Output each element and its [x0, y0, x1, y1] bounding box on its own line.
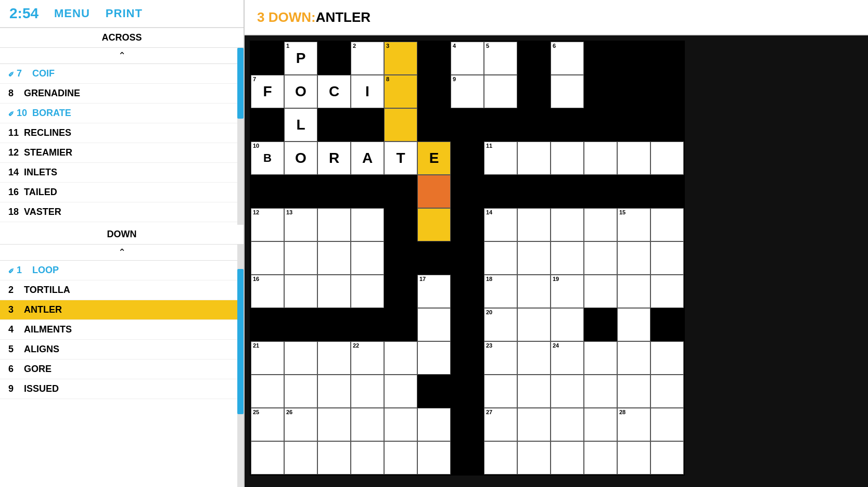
cell-11-1[interactable]: 26	[284, 408, 317, 441]
cell-5-1[interactable]: 13	[284, 208, 317, 241]
cell-1-4[interactable]: 8	[384, 75, 417, 108]
clue-item-across-8[interactable]: 8 GRENADINE	[0, 84, 244, 104]
cell-9-12[interactable]	[650, 341, 684, 375]
clue-item-down-2[interactable]: 2 TORTILLA	[0, 280, 244, 300]
cell-1-3[interactable]: I	[351, 75, 384, 108]
cell-7-3[interactable]	[351, 275, 384, 308]
cell-5-10[interactable]	[584, 208, 617, 241]
cell-3-9[interactable]	[551, 142, 584, 175]
cell-7-2[interactable]	[317, 275, 351, 308]
cell-10-8[interactable]	[517, 375, 551, 408]
clue-item-across-14[interactable]: 14 INLETS	[0, 163, 244, 183]
cell-5-2[interactable]	[317, 208, 351, 241]
cell-3-1[interactable]: O	[284, 142, 317, 175]
cell-9-3[interactable]: 22	[351, 341, 384, 375]
cell-9-5[interactable]	[417, 341, 451, 375]
cell-1-0[interactable]: 7F	[251, 75, 284, 108]
cell-5-8[interactable]	[517, 208, 551, 241]
cell-12-7[interactable]	[484, 441, 517, 475]
cell-10-2[interactable]	[317, 375, 351, 408]
cell-11-3[interactable]	[351, 408, 384, 441]
cell-0-1[interactable]: 1P	[284, 42, 317, 75]
cell-0-7[interactable]: 5	[484, 42, 517, 75]
cell-3-8[interactable]	[517, 142, 551, 175]
cell-7-8[interactable]	[517, 275, 551, 308]
cell-5-7[interactable]: 14	[484, 208, 517, 241]
cell-12-4[interactable]	[384, 441, 417, 475]
cell-5-9[interactable]	[551, 208, 584, 241]
down-scrollbar-thumb[interactable]	[237, 269, 244, 415]
cell-12-11[interactable]	[617, 441, 650, 475]
cell-12-10[interactable]	[584, 441, 617, 475]
cell-10-10[interactable]	[584, 375, 617, 408]
clue-item-across-16[interactable]: 16 TAILED	[0, 183, 244, 202]
cell-0-9[interactable]: 6	[551, 42, 584, 75]
cell-10-11[interactable]	[617, 375, 650, 408]
cell-9-8[interactable]	[517, 341, 551, 375]
cell-12-12[interactable]	[650, 441, 684, 475]
cell-12-5[interactable]	[417, 441, 451, 475]
cell-9-0[interactable]: 21	[251, 341, 284, 375]
cell-3-2[interactable]: R	[317, 142, 351, 175]
cell-9-10[interactable]	[584, 341, 617, 375]
cell-1-2[interactable]: C	[317, 75, 351, 108]
cell-0-6[interactable]: 4	[451, 42, 484, 75]
cell-1-9[interactable]	[551, 75, 584, 108]
cell-9-2[interactable]	[317, 341, 351, 375]
cell-7-9[interactable]: 19	[551, 275, 584, 308]
clue-item-across-10[interactable]: ✏ 10 BORATE	[0, 104, 244, 123]
cell-12-8[interactable]	[517, 441, 551, 475]
clue-item-down-6[interactable]: 6 GORE	[0, 360, 244, 379]
cell-5-11[interactable]: 15	[617, 208, 650, 241]
cell-1-1[interactable]: O	[284, 75, 317, 108]
cell-0-3[interactable]: 2	[351, 42, 384, 75]
across-scroll-up[interactable]: ⌃	[0, 48, 244, 64]
cell-6-0[interactable]	[251, 241, 284, 275]
clue-item-across-18[interactable]: 18 VASTER	[0, 202, 244, 222]
cell-6-11[interactable]	[617, 241, 650, 275]
cell-8-11[interactable]	[617, 308, 650, 341]
cell-6-7[interactable]	[484, 241, 517, 275]
cell-7-1[interactable]	[284, 275, 317, 308]
cell-10-12[interactable]	[650, 375, 684, 408]
cell-11-4[interactable]	[384, 408, 417, 441]
cell-11-8[interactable]	[517, 408, 551, 441]
cell-1-6[interactable]: 9	[451, 75, 484, 108]
cell-8-8[interactable]	[517, 308, 551, 341]
cell-2-4[interactable]	[384, 108, 417, 142]
cell-2-1[interactable]: L	[284, 108, 317, 142]
cell-12-0[interactable]	[251, 441, 284, 475]
cell-6-8[interactable]	[517, 241, 551, 275]
crossword-grid[interactable]: 1P 2 3 4 5 6 7F O C I 8 9	[250, 41, 685, 476]
clue-item-across-11[interactable]: 11 RECLINES	[0, 123, 244, 143]
cell-12-1[interactable]	[284, 441, 317, 475]
cell-6-12[interactable]	[650, 241, 684, 275]
clue-item-down-5[interactable]: 5 ALIGNS	[0, 340, 244, 360]
clue-item-down-4[interactable]: 4 AILMENTS	[0, 320, 244, 340]
down-scroll-up[interactable]: ⌃	[0, 245, 244, 261]
cell-9-4[interactable]	[384, 341, 417, 375]
cell-3-5[interactable]: E	[417, 142, 451, 175]
cell-12-2[interactable]	[317, 441, 351, 475]
across-scrollbar-thumb[interactable]	[237, 48, 244, 119]
cell-6-2[interactable]	[317, 241, 351, 275]
cell-11-10[interactable]	[584, 408, 617, 441]
cell-4-5[interactable]	[417, 175, 451, 208]
cell-5-5[interactable]	[417, 208, 451, 241]
cell-9-9[interactable]: 24	[551, 341, 584, 375]
cell-9-1[interactable]	[284, 341, 317, 375]
cell-5-12[interactable]	[650, 208, 684, 241]
cell-10-4[interactable]	[384, 375, 417, 408]
cell-1-7[interactable]	[484, 75, 517, 108]
cell-6-9[interactable]	[551, 241, 584, 275]
cell-0-4[interactable]: 3	[384, 42, 417, 75]
cell-10-0[interactable]	[251, 375, 284, 408]
cell-10-1[interactable]	[284, 375, 317, 408]
cell-10-9[interactable]	[551, 375, 584, 408]
cell-3-7[interactable]: 11	[484, 142, 517, 175]
cell-3-4[interactable]: T	[384, 142, 417, 175]
menu-button[interactable]: MENU	[54, 7, 90, 20]
cell-6-10[interactable]	[584, 241, 617, 275]
cell-3-10[interactable]	[584, 142, 617, 175]
clue-item-across-7[interactable]: ✏ 7 COIF	[0, 64, 244, 84]
